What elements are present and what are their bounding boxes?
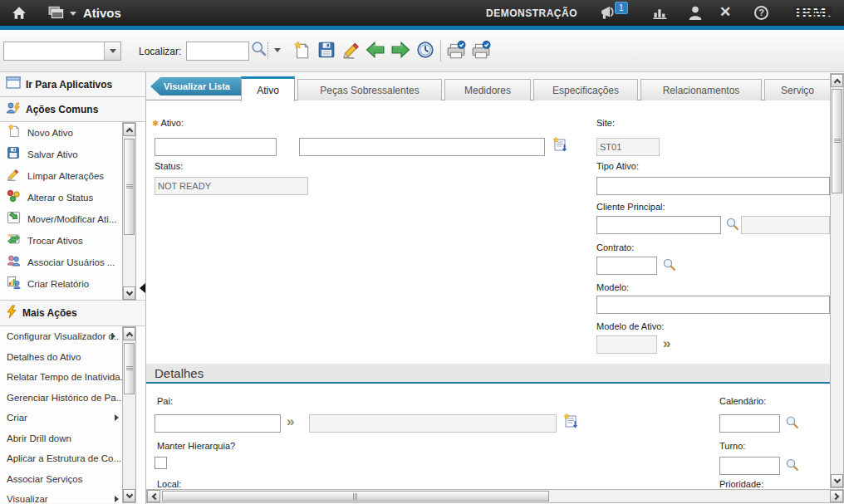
tab-ativo[interactable]: Ativo: [241, 76, 295, 101]
quick-insert-input[interactable]: [4, 42, 102, 60]
site-field: [596, 138, 660, 156]
scrollbar-thumb[interactable]: [124, 139, 135, 235]
contract-lookup-icon[interactable]: [662, 257, 677, 276]
location-label: Local:: [157, 479, 181, 489]
site-label: Site:: [596, 118, 615, 128]
calendar-input[interactable]: [719, 414, 780, 433]
action-label: Detalhes do Ativo: [7, 352, 81, 362]
shift-label: Turno:: [719, 441, 745, 451]
scroll-up-button[interactable]: [831, 74, 843, 87]
sidebar-collapse-icon[interactable]: [140, 283, 145, 293]
save-icon[interactable]: [317, 41, 336, 62]
parent-input[interactable]: [155, 414, 281, 433]
print-icon[interactable]: [446, 41, 466, 63]
common-actions-list: Novo Ativo Salvar Ativo Limpar Alteraçõe…: [0, 122, 145, 301]
asset-template-detail-icon[interactable]: »: [663, 336, 670, 351]
combobox-caret-icon[interactable]: [104, 42, 120, 60]
scroll-down-button[interactable]: [123, 489, 135, 502]
scroll-up-button[interactable]: [123, 123, 135, 136]
clear-changes-icon: [6, 168, 21, 184]
top-bar: Ativos DEMONSTRAÇÃO 1 ✕: [0, 0, 844, 26]
customer-input[interactable]: [596, 216, 721, 234]
new-record-icon[interactable]: [292, 41, 311, 64]
hierarchy-label: Manter Hierarquia?: [157, 441, 235, 451]
help-icon[interactable]: ?: [754, 6, 768, 20]
asset-id-input[interactable]: [155, 138, 277, 156]
go-to-applications[interactable]: Ir Para Aplicativos: [0, 72, 145, 97]
scroll-left-button[interactable]: [147, 490, 160, 502]
history-icon[interactable]: [416, 41, 434, 62]
submenu-arrow-icon: [111, 333, 115, 340]
scrollbar-thumb[interactable]: [162, 491, 549, 502]
tab-servico[interactable]: Serviço: [764, 79, 830, 100]
asset-type-input[interactable]: [596, 177, 830, 195]
tab-especificacoes[interactable]: Especificações: [533, 79, 638, 100]
tab-label: Peças Sobressalentes: [320, 85, 419, 96]
tab-medidores[interactable]: Medidores: [444, 79, 531, 100]
next-record-icon[interactable]: [390, 41, 410, 62]
more-actions-label: Mais Ações: [22, 307, 77, 319]
content-horizontal-scrollbar[interactable]: [146, 489, 844, 503]
asset-type-label: Tipo Ativo:: [596, 161, 639, 171]
find-input[interactable]: [186, 42, 249, 61]
customer-lookup-icon[interactable]: [725, 217, 740, 235]
contract-input[interactable]: [596, 257, 657, 275]
find-label: Localizar:: [139, 46, 181, 57]
create-report-icon: [6, 276, 21, 292]
print-with-attachments-icon[interactable]: [471, 41, 491, 63]
previous-record-icon[interactable]: [366, 41, 385, 62]
action-label: Limpar Alterações: [27, 171, 104, 181]
environment-label: DEMONSTRAÇÃO: [486, 7, 577, 19]
shift-lookup-icon[interactable]: [785, 458, 800, 476]
common-actions-label: Ações Comuns: [26, 104, 98, 115]
tab-label: Serviço: [781, 85, 814, 96]
close-icon[interactable]: ✕: [719, 5, 731, 19]
action-label: Visualizar: [7, 494, 48, 504]
home-icon[interactable]: [12, 6, 27, 23]
sidebar: Ir Para Aplicativos Ações Comuns Novo At…: [0, 72, 146, 504]
tab-pecas-sobressalentes[interactable]: Peças Sobressalentes: [297, 79, 442, 100]
action-label: Associar Usuários ...: [27, 257, 115, 267]
new-document-icon: [6, 124, 21, 142]
hierarchy-checkbox[interactable]: [155, 457, 167, 469]
common-actions-header[interactable]: Ações Comuns: [0, 97, 145, 122]
content-vertical-scrollbar[interactable]: [830, 73, 844, 488]
change-status-icon: [6, 189, 21, 206]
scroll-up-button[interactable]: [123, 327, 135, 340]
status-field: [155, 177, 308, 195]
calendar-lookup-icon[interactable]: [785, 415, 800, 433]
toolbar-dotted-separator: [267, 42, 268, 59]
app-switcher-icon[interactable]: [48, 6, 66, 23]
window-icon: [6, 76, 21, 92]
long-description-icon[interactable]: [552, 136, 568, 156]
scrollbar-thumb[interactable]: [832, 89, 842, 193]
tab-relacionamentos[interactable]: Relacionamentos: [640, 79, 762, 100]
scroll-down-button[interactable]: [831, 474, 843, 487]
shift-input[interactable]: [719, 457, 780, 475]
scroll-down-button[interactable]: [123, 286, 135, 300]
profile-icon[interactable]: [688, 5, 703, 24]
submenu-arrow-icon: [115, 496, 119, 502]
calendar-label: Calendário:: [719, 396, 766, 406]
reports-chart-icon[interactable]: [653, 7, 668, 22]
action-label: Aplicar a Estrutura de Co...: [7, 453, 121, 463]
asset-template-label: Modelo de Ativo:: [596, 321, 664, 331]
clear-changes-icon[interactable]: [341, 41, 361, 62]
app-switcher-caret-icon[interactable]: [70, 12, 76, 16]
view-list-button[interactable]: Visualizar Lista: [150, 77, 243, 95]
customer-description-field: [741, 216, 830, 234]
more-actions-scrollbar[interactable]: [122, 326, 136, 503]
model-input[interactable]: [596, 296, 830, 314]
tab-label: Relacionamentos: [663, 85, 740, 96]
common-actions-scrollbar[interactable]: [122, 122, 136, 301]
scrollbar-thumb[interactable]: [124, 343, 135, 394]
search-options-caret-icon[interactable]: [274, 48, 281, 52]
quick-insert-combobox[interactable]: [3, 42, 121, 61]
asset-description-input[interactable]: [299, 138, 545, 156]
scroll-right-button[interactable]: [830, 490, 843, 502]
parent-detail-icon[interactable]: »: [287, 414, 294, 429]
more-actions-header[interactable]: Mais Ações: [0, 301, 145, 326]
tab-label: Ativo: [257, 85, 279, 96]
long-description-icon[interactable]: [562, 413, 579, 433]
search-icon[interactable]: [251, 41, 267, 61]
